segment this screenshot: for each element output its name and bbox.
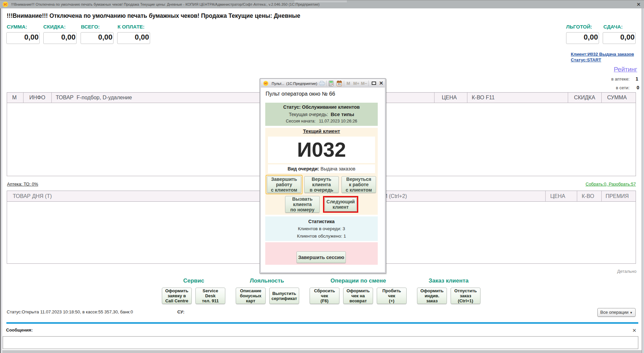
- svg-text:31: 31: [338, 83, 341, 86]
